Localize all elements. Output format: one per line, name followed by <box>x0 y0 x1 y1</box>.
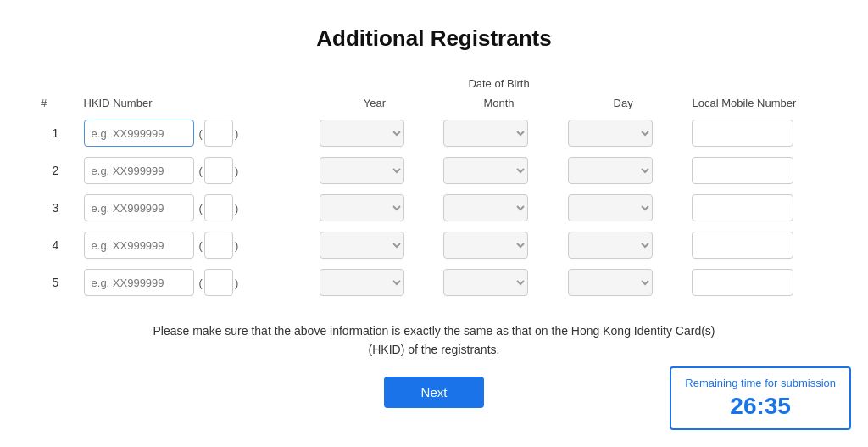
table-row: 5()1940194119421943194419451946194719481… <box>34 264 834 301</box>
mobile-input[interactable] <box>692 269 793 296</box>
hkid-suffix-input[interactable] <box>204 269 233 296</box>
open-paren: ( <box>199 277 203 289</box>
hkid-input[interactable] <box>84 157 194 184</box>
row-number: 2 <box>34 152 77 189</box>
month-cell: JanFebMarAprMayJunJulAugSepOctNovDec <box>437 226 561 264</box>
timer-label: Remaining time for submission <box>685 377 836 389</box>
year-select[interactable]: 1940194119421943194419451946194719481949… <box>320 120 404 147</box>
day-select[interactable]: 1234567891011121314151617181920212223242… <box>568 269 653 296</box>
col-mobile-label: Local Mobile Number <box>685 92 834 115</box>
month-select[interactable]: JanFebMarAprMayJunJulAugSepOctNovDec <box>443 232 528 259</box>
day-cell: 1234567891011121314151617181920212223242… <box>561 115 686 152</box>
year-cell: 1940194119421943194419451946194719481949… <box>313 189 437 226</box>
mobile-cell <box>685 152 834 189</box>
mobile-input[interactable] <box>692 194 793 221</box>
hkid-cell: () <box>77 152 313 189</box>
close-paren: ) <box>235 165 238 177</box>
col-hash-label: # <box>34 92 77 115</box>
table-row: 2()1940194119421943194419451946194719481… <box>34 152 834 189</box>
open-paren: ( <box>199 239 203 252</box>
hkid-suffix-input[interactable] <box>204 194 233 221</box>
table-row: 1()1940194119421943194419451946194719481… <box>34 115 834 152</box>
month-select[interactable]: JanFebMarAprMayJunJulAugSepOctNovDec <box>443 120 528 147</box>
notice-text: Please make sure that the above informat… <box>137 321 731 360</box>
close-paren: ) <box>235 277 238 289</box>
day-select[interactable]: 1234567891011121314151617181920212223242… <box>568 232 653 259</box>
hkid-suffix-input[interactable] <box>204 157 233 184</box>
hkid-input[interactable] <box>84 194 194 221</box>
col-year-label: Year <box>313 92 437 115</box>
col-mobile-header <box>685 72 834 92</box>
row-number: 5 <box>34 264 77 301</box>
page-title: Additional Registrants <box>34 25 834 52</box>
col-hkid-label: HKID Number <box>77 92 313 115</box>
mobile-cell <box>685 226 834 264</box>
day-cell: 1234567891011121314151617181920212223242… <box>561 226 686 264</box>
open-paren: ( <box>199 127 203 140</box>
timer-box: Remaining time for submission 26:35 <box>670 366 851 430</box>
month-cell: JanFebMarAprMayJunJulAugSepOctNovDec <box>437 264 561 301</box>
month-cell: JanFebMarAprMayJunJulAugSepOctNovDec <box>437 189 561 226</box>
mobile-cell <box>685 264 834 301</box>
month-cell: JanFebMarAprMayJunJulAugSepOctNovDec <box>437 115 561 152</box>
day-select[interactable]: 1234567891011121314151617181920212223242… <box>568 120 653 147</box>
mobile-cell <box>685 189 834 226</box>
mobile-input[interactable] <box>692 157 793 184</box>
col-hash-header <box>34 72 77 92</box>
day-cell: 1234567891011121314151617181920212223242… <box>561 152 686 189</box>
hkid-input[interactable] <box>84 269 194 296</box>
close-paren: ) <box>235 202 238 215</box>
month-select[interactable]: JanFebMarAprMayJunJulAugSepOctNovDec <box>443 157 528 184</box>
open-paren: ( <box>199 202 203 215</box>
open-paren: ( <box>199 165 203 177</box>
year-select[interactable]: 1940194119421943194419451946194719481949… <box>320 157 404 184</box>
hkid-cell: () <box>77 115 313 152</box>
year-cell: 1940194119421943194419451946194719481949… <box>313 115 437 152</box>
day-cell: 1234567891011121314151617181920212223242… <box>561 189 686 226</box>
dob-group-header: Date of Birth <box>313 72 686 92</box>
close-paren: ) <box>235 127 238 140</box>
year-cell: 1940194119421943194419451946194719481949… <box>313 152 437 189</box>
col-hkid-header <box>77 72 313 92</box>
table-row: 3()1940194119421943194419451946194719481… <box>34 189 834 226</box>
month-select[interactable]: JanFebMarAprMayJunJulAugSepOctNovDec <box>443 269 528 296</box>
hkid-cell: () <box>77 189 313 226</box>
mobile-input[interactable] <box>692 232 793 259</box>
hkid-cell: () <box>77 226 313 264</box>
mobile-cell <box>685 115 834 152</box>
day-select[interactable]: 1234567891011121314151617181920212223242… <box>568 194 653 221</box>
day-select[interactable]: 1234567891011121314151617181920212223242… <box>568 157 653 184</box>
hkid-cell: () <box>77 264 313 301</box>
month-cell: JanFebMarAprMayJunJulAugSepOctNovDec <box>437 152 561 189</box>
hkid-suffix-input[interactable] <box>204 120 233 147</box>
mobile-input[interactable] <box>692 120 793 147</box>
close-paren: ) <box>235 239 238 252</box>
row-number: 3 <box>34 189 77 226</box>
year-select[interactable]: 1940194119421943194419451946194719481949… <box>320 269 404 296</box>
hkid-input[interactable] <box>84 232 194 259</box>
col-day-label: Day <box>561 92 686 115</box>
year-cell: 1940194119421943194419451946194719481949… <box>313 264 437 301</box>
hkid-input[interactable] <box>84 120 194 147</box>
table-row: 4()1940194119421943194419451946194719481… <box>34 226 834 264</box>
hkid-suffix-input[interactable] <box>204 232 233 259</box>
next-button[interactable]: Next <box>384 377 485 408</box>
col-month-label: Month <box>437 92 561 115</box>
row-number: 1 <box>34 115 77 152</box>
year-cell: 1940194119421943194419451946194719481949… <box>313 226 437 264</box>
registrants-table: Date of Birth # HKID Number Year Month D… <box>34 72 834 301</box>
timer-value: 26:35 <box>685 393 836 420</box>
year-select[interactable]: 1940194119421943194419451946194719481949… <box>320 232 404 259</box>
row-number: 4 <box>34 226 77 264</box>
month-select[interactable]: JanFebMarAprMayJunJulAugSepOctNovDec <box>443 194 528 221</box>
year-select[interactable]: 1940194119421943194419451946194719481949… <box>320 194 404 221</box>
day-cell: 1234567891011121314151617181920212223242… <box>561 264 686 301</box>
